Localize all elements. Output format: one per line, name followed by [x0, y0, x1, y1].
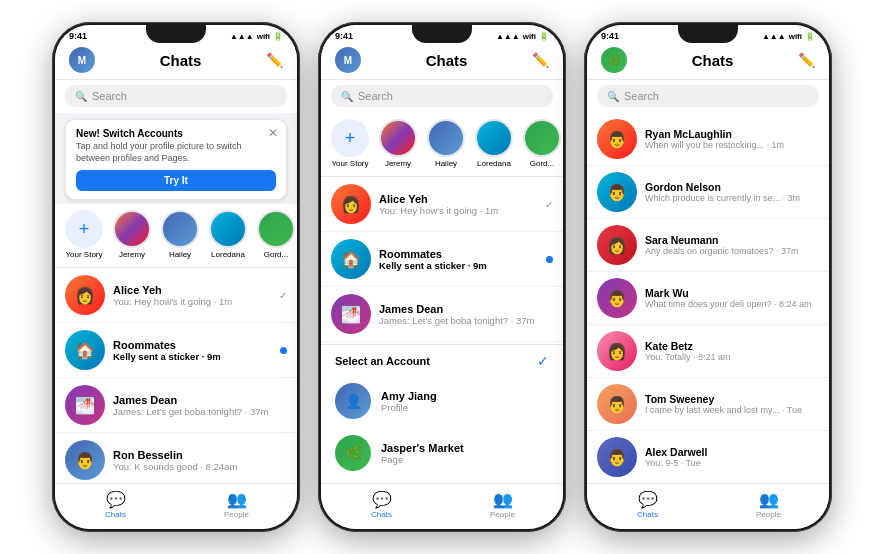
chat-item-3[interactable]: 👨 Ron Besselin You: K sounds good · 8:24… [55, 433, 297, 483]
account-item-0[interactable]: 👤 Amy Jiang Profile [321, 375, 563, 427]
chat-av-p2-0: 👩 [331, 184, 371, 224]
search-input-3[interactable]: 🔍 Search [597, 85, 819, 107]
search-placeholder-1: Search [92, 90, 127, 102]
chat3-av-6: 👨 [597, 437, 637, 477]
chat-p2-2[interactable]: 🌁 James DeanJames: Let's get boba tonigh… [321, 287, 563, 342]
read-indicator-0: ✓ [279, 290, 287, 301]
checkmark-icon: ✓ [537, 353, 549, 369]
chat-info-1: Roommates Kelly sent a sticker · 9m [113, 339, 272, 362]
search-container-2: 🔍 Search [321, 80, 563, 113]
status-icons-2: ▲▲▲ wifi 🔋 [496, 32, 549, 41]
phone-1: 9:41 ▲▲▲ wifi 🔋 M Chats ✏️ 🔍 Search ✕ Ne… [52, 22, 300, 532]
app-header-1: M Chats ✏️ [55, 43, 297, 80]
chat-list-2: 👩 Alice YehYou: Hey how's it going · 1m … [321, 177, 563, 344]
chat-item-2[interactable]: 🌁 James Dean James: Let's get boba tonig… [55, 378, 297, 433]
chat-p2-0[interactable]: 👩 Alice YehYou: Hey how's it going · 1m … [321, 177, 563, 232]
add-story-btn-2[interactable]: + [331, 119, 369, 157]
edit-icon-3[interactable]: ✏️ [798, 52, 815, 68]
account-item-1[interactable]: 🌿 Jasper's Market Page [321, 427, 563, 479]
story-p2-1[interactable]: Jeremy [379, 119, 417, 168]
chat3-item-0[interactable]: 👨 Ryan McLaughlinWhen will you be restoc… [587, 113, 829, 166]
chat3-item-4[interactable]: 👩 Kate BetzYou: Totally · 8:21 am [587, 325, 829, 378]
profile-avatar-1[interactable]: M [69, 47, 95, 73]
banner-text: Tap and hold your profile picture to swi… [76, 141, 276, 164]
chat3-av-3: 👨 [597, 278, 637, 318]
story-avatar-3 [209, 210, 247, 248]
account-type-1: Page [381, 454, 464, 465]
chat-info-3: Ron Besselin You: K sounds good · 8:24am [113, 449, 287, 472]
add-story-button[interactable]: + [65, 210, 103, 248]
nav-people-label-1: People [224, 510, 249, 519]
story-av-p2-4 [523, 119, 561, 157]
account-info-1: Jasper's Market Page [381, 442, 464, 465]
people-nav-icon-1: 👥 [227, 490, 247, 509]
search-input-1[interactable]: 🔍 Search [65, 85, 287, 107]
story-label-1: Jeremy [119, 250, 145, 259]
chat-preview-0: You: Hey how's it going · 1m [113, 296, 271, 307]
nav-chats-1[interactable]: 💬 Chats [55, 490, 176, 519]
banner-close-button[interactable]: ✕ [268, 126, 278, 140]
story-item-1[interactable]: Jeremy [113, 210, 151, 259]
story-item-2[interactable]: Hailey [161, 210, 199, 259]
edit-icon-1[interactable]: ✏️ [266, 52, 283, 68]
search-container-1: 🔍 Search [55, 80, 297, 113]
chat-av-p2-1: 🏠 [331, 239, 371, 279]
stories-row-1: + Your Story Jeremy Hailey Loredana Gord… [55, 204, 297, 268]
nav-people-1[interactable]: 👥 People [176, 490, 297, 519]
chat3-item-1[interactable]: 👨 Gordon NelsonWhich produce is currentl… [587, 166, 829, 219]
chat-preview-1: Kelly sent a sticker · 9m [113, 351, 272, 362]
search-input-2[interactable]: 🔍 Search [331, 85, 553, 107]
nav-people-3[interactable]: 👥 People [708, 490, 829, 519]
account-name-0: Amy Jiang [381, 390, 437, 402]
profile-avatar-2[interactable]: M [335, 47, 361, 73]
chat3-av-5: 👨 [597, 384, 637, 424]
status-icons-3: ▲▲▲ wifi 🔋 [762, 32, 815, 41]
story-item-4[interactable]: Gord... [257, 210, 295, 259]
chat-avatar-0: 👩 [65, 275, 105, 315]
story-item-3[interactable]: Loredana [209, 210, 247, 259]
bottom-nav-2: 💬 Chats 👥 People [321, 483, 563, 529]
chat-item-0[interactable]: 👩 Alice Yeh You: Hey how's it going · 1m… [55, 268, 297, 323]
add-story-item[interactable]: + Your Story [65, 210, 103, 259]
nav-chats-2[interactable]: 💬 Chats [321, 490, 442, 519]
chat-preview-2: James: Let's get boba tonight? · 37m [113, 406, 287, 417]
try-it-button[interactable]: Try It [76, 170, 276, 191]
edit-icon-2[interactable]: ✏️ [532, 52, 549, 68]
story-p2-3[interactable]: Loredana [475, 119, 513, 168]
nav-people-2[interactable]: 👥 People [442, 490, 563, 519]
chat3-item-6[interactable]: 👨 Alex DarwellYou: 9-5 · Tue [587, 431, 829, 483]
account-avatar-0: 👤 [335, 383, 371, 419]
account-name-1: Jasper's Market [381, 442, 464, 454]
chat3-item-5[interactable]: 👨 Tom SweeneyI came by last week and los… [587, 378, 829, 431]
chat-p2-1[interactable]: 🏠 RoommatesKelly sent a sticker · 9m [321, 232, 563, 287]
signal-icon: ▲▲▲ [230, 32, 254, 41]
chat-info-2: James Dean James: Let's get boba tonight… [113, 394, 287, 417]
account-selector: Select an Account ✓ 👤 Amy Jiang Profile … [321, 344, 563, 483]
selector-header: Select an Account ✓ [321, 353, 563, 375]
chat-av-p2-2: 🌁 [331, 294, 371, 334]
chat-p2-3[interactable]: 👨 Ron BesselinYou: K sounds good · 8:24a… [321, 342, 563, 344]
account-type-0: Profile [381, 402, 437, 413]
story-av-p2-2 [427, 119, 465, 157]
add-story-2[interactable]: + Your Story [331, 119, 369, 168]
status-time-2: 9:41 [335, 31, 353, 41]
chat3-item-2[interactable]: 👩 Sara NeumannAny deals on organic tomat… [587, 219, 829, 272]
chat-item-1[interactable]: 🏠 Roommates Kelly sent a sticker · 9m [55, 323, 297, 378]
chat-name-1: Roommates [113, 339, 272, 351]
account-info-0: Amy Jiang Profile [381, 390, 437, 413]
chat3-item-3[interactable]: 👨 Mark WuWhat time does your deli open? … [587, 272, 829, 325]
page-title-3: Chats [692, 52, 734, 69]
chat-avatar-3: 👨 [65, 440, 105, 480]
bottom-nav-3: 💬 Chats 👥 People [587, 483, 829, 529]
chat3-av-0: 👨 [597, 119, 637, 159]
nav-chats-3[interactable]: 💬 Chats [587, 490, 708, 519]
notch-3 [678, 25, 738, 43]
story-p2-2[interactable]: Hailey [427, 119, 465, 168]
chat-list-1: 👩 Alice Yeh You: Hey how's it going · 1m… [55, 268, 297, 483]
story-p2-4[interactable]: Gord... [523, 119, 561, 168]
profile-avatar-3[interactable]: 🌿 [601, 47, 627, 73]
chat3-av-2: 👩 [597, 225, 637, 265]
chat-preview-3: You: K sounds good · 8:24am [113, 461, 287, 472]
story-av-p2-3 [475, 119, 513, 157]
wifi-icon-2: wifi [523, 32, 536, 41]
